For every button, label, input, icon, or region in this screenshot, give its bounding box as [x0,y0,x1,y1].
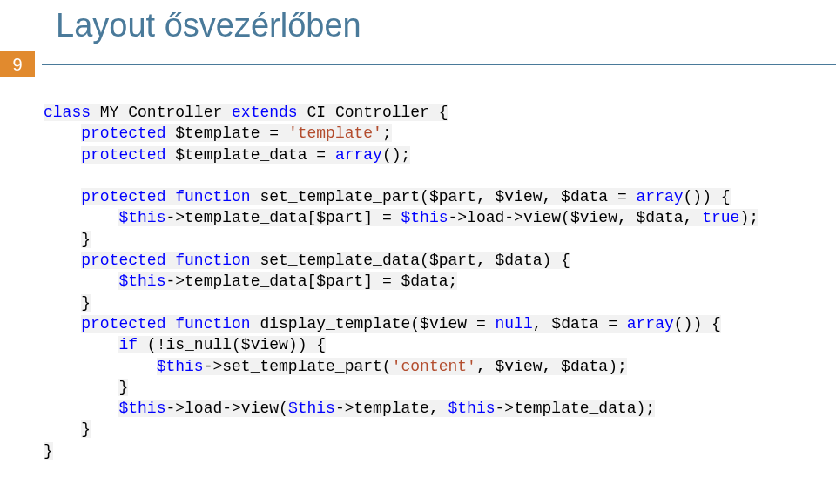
code-text: ->set_template_part( [204,358,392,375]
code-kw: array [637,188,684,205]
code-kw: protected [81,146,165,164]
code-text: display_template($view = [251,315,496,333]
code-block: class MY_Controller extends CI_Controlle… [0,77,836,461]
code-kw: array [335,146,382,164]
code-kw: if [118,336,138,353]
code-kw: $this [448,400,496,417]
code-text: (!is_null($view)) { [138,336,326,353]
code-kw: $this [118,400,165,417]
code-text: ->template_data[$part] = $data; [165,272,457,290]
code-text: set_template_part($part, $view, $data = [251,188,637,205]
code-kw: protected function [81,315,250,333]
code-text: $template_data = [165,146,334,164]
code-kw: protected function [81,252,250,269]
code-kw: null [496,315,533,333]
code-text: ); [739,209,758,226]
code-text: ->template, [335,400,448,417]
code-text: $template = [165,124,287,142]
code-kw: $this [401,209,448,226]
code-kw: $this [118,272,165,290]
code-text: } [81,231,91,248]
code-text: ()) { [684,188,731,205]
code-text: , $view, $data); [476,358,627,375]
page-title: Layout ősvezérlőben [56,7,836,44]
code-text: } [81,420,91,438]
code-text: ->load->view( [165,400,287,417]
code-kw: array [627,315,674,333]
code-text: MY_Controller [91,104,232,121]
title-area: Layout ősvezérlőben [0,0,836,44]
code-text: set_template_data($part, $data) { [251,252,570,269]
code-kw: true [702,209,739,226]
code-kw: $this [157,358,204,375]
code-text: } [44,442,53,460]
page-number: 9 [0,51,35,77]
code-text: } [118,379,128,396]
code-text: ; [382,124,392,142]
code-text: ->template_data[$part] = [165,209,401,226]
code-kw: $this [118,209,165,226]
code-kw: protected function [81,188,250,205]
code-text: , $data = [533,315,627,333]
header-rule: 9 [0,51,836,77]
code-kw: $this [288,400,335,417]
code-kw: class [44,104,91,121]
code-text: } [81,294,91,312]
code-text: (); [382,146,410,164]
code-str: 'content' [392,358,476,375]
code-text: ->load->view($view, $data, [448,209,703,226]
code-text: CI_Controller { [298,104,448,121]
code-kw: protected [81,124,165,142]
code-str: 'template' [288,124,382,142]
code-text: ->template_data); [496,400,656,417]
code-kw: extends [232,104,298,121]
horizontal-rule [42,64,836,65]
code-text: ()) { [674,315,721,333]
